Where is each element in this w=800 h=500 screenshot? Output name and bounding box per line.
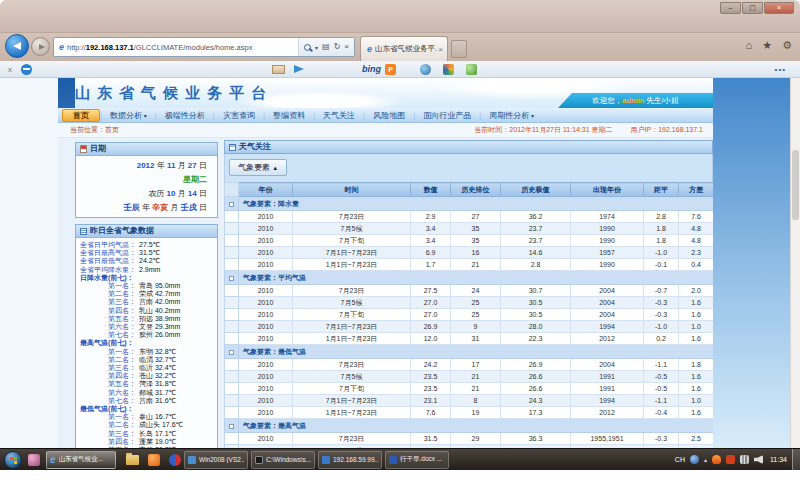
menu-item-weather-focus[interactable]: 天气关注 [315, 110, 363, 121]
pinned-app-icon[interactable] [28, 454, 40, 466]
status-right: 当前时间：2012年11月27日 11:14:31 星期二 用户IP：192.1… [474, 125, 703, 135]
cell: 25 [451, 309, 501, 321]
date-segment: 星期二 [183, 175, 207, 184]
round-app-icon[interactable] [169, 454, 181, 466]
menu-item-extreme-analysis[interactable]: 极端性分析 [157, 110, 213, 121]
send-icon[interactable] [294, 65, 304, 73]
home-icon[interactable]: ⌂ [746, 39, 753, 52]
minimize-button[interactable]: – [720, 2, 741, 14]
close-button[interactable]: × [764, 2, 794, 14]
cell: 27.0 [411, 297, 451, 309]
section-row-1[interactable]: 气象要素：平均气温 [225, 271, 714, 285]
taskbar-window-button[interactable]: 192.168.59.99... [318, 451, 382, 469]
new-tab-button[interactable] [451, 40, 467, 58]
addon-camera-icon[interactable] [420, 64, 431, 75]
search-dropdown-icon[interactable]: ▾ [315, 44, 318, 51]
cell: 2010 [239, 235, 293, 247]
rank-value: 临沂 32.4℃ [139, 364, 176, 371]
search-icon[interactable] [304, 44, 311, 51]
compat-view-icon[interactable]: ▤ [322, 43, 330, 51]
section-row-2[interactable]: 气象要素：最低气温 [225, 345, 714, 359]
orange-app-icon[interactable] [148, 454, 160, 466]
menu-item-compiled-data[interactable]: 整编资料 [265, 110, 313, 121]
section-row-3[interactable]: 气象要素：最高气温 [225, 419, 714, 433]
page-scrollbar[interactable] [790, 78, 800, 448]
cell: -1.1 [644, 395, 679, 407]
quick-launch-icons [126, 454, 181, 466]
url-text[interactable]: http://192.168.137.1/GLCCLIMATE/modules/… [67, 43, 298, 52]
rank-label: 第四名： [80, 372, 136, 380]
network-status-icon[interactable] [740, 455, 749, 464]
cell: 1.6 [679, 371, 714, 383]
action-center-flag-icon[interactable] [726, 455, 735, 464]
language-indicator[interactable]: CH [675, 456, 685, 463]
tray-expand-icon[interactable]: ▴ [704, 456, 707, 463]
addon-people-icon[interactable] [466, 64, 477, 75]
rank-line: 第一名：青岛 95.0mm [80, 282, 215, 290]
cell: 2.8 [644, 211, 679, 223]
menu-item-risk-map[interactable]: 风险地图 [365, 110, 413, 121]
expand-checkbox-icon[interactable] [229, 424, 234, 429]
menu-item-industry-products[interactable]: 面向行业产品 [415, 110, 479, 121]
favorites-star-icon[interactable]: ★ [762, 39, 772, 52]
rank-line: 第四名：苍山 32.2℃ [80, 372, 215, 380]
addon-palette-icon[interactable] [443, 64, 454, 75]
more-options-icon[interactable]: ••• [775, 65, 786, 74]
bing-badge-icon[interactable]: P [385, 64, 396, 75]
cell: 2010 [239, 433, 293, 445]
ie-taskbar-button[interactable]: e 山东省气候业... [46, 451, 116, 469]
taskbar-window-button[interactable]: 行干旱.docx ... [385, 451, 449, 469]
taskbar-window-button[interactable]: C:\Windows\s... [251, 451, 315, 469]
rank-line: 第二名：临清 32.7℃ [80, 356, 215, 364]
bing-logo[interactable]: bing [362, 64, 381, 74]
table-row: 20107月1日~7月23日6.91614.61957-1.02.3 [225, 247, 714, 259]
rank-value: 荣成 42.7mm [139, 290, 180, 297]
cell: 24.2 [411, 359, 451, 371]
table-row: 20107月下旬23.52126.61991-0.51.6 [225, 383, 714, 395]
menu-item-disaster-query[interactable]: 灾害查询 [215, 110, 263, 121]
column-header: 数值 [411, 183, 451, 197]
stat-value: 2.9mm [139, 266, 160, 273]
expand-checkbox-icon[interactable] [229, 202, 234, 207]
expand-checkbox-icon[interactable] [229, 350, 234, 355]
back-arrow-icon [13, 42, 21, 50]
cell: 1.6 [679, 383, 714, 395]
refresh-icon[interactable]: ↻ [334, 43, 341, 51]
rank-label: 第一名： [80, 282, 136, 290]
menu-item-data-analysis[interactable]: 数据分析 ▾ [102, 110, 155, 121]
section-row-0[interactable]: 气象要素：降水量 [225, 197, 714, 211]
forward-button[interactable] [31, 37, 50, 56]
tab-close-icon[interactable]: × [437, 45, 444, 54]
scrollbar-thumb[interactable] [792, 150, 799, 220]
settings-gear-icon[interactable]: ⚙ [782, 39, 792, 52]
taskbar-window-button[interactable]: Win2008 (VS2... [184, 451, 248, 469]
cell: 0.4 [679, 259, 714, 271]
browser-tab[interactable]: e 山东省气候业务平... × [360, 36, 448, 61]
address-bar[interactable]: e http://192.168.137.1/GLCCLIMATE/module… [53, 37, 355, 57]
explorer-folder-icon[interactable] [126, 455, 139, 465]
start-button[interactable] [4, 451, 22, 469]
table-row: 20107月23日27.52430.72004-0.72.0 [225, 285, 714, 297]
expand-checkbox-icon[interactable] [229, 276, 234, 281]
tab-title: 山东省气候业务平... [375, 44, 437, 54]
volume-icon[interactable] [754, 455, 763, 464]
stop-icon[interactable]: × [344, 43, 349, 51]
menu-item-periodic-analysis[interactable]: 周期性分析 ▾ [481, 110, 542, 121]
cell: 26.9 [411, 321, 451, 333]
current-time: 当前时间：2012年11月27日 11:14:31 星期二 [474, 125, 612, 135]
toolbar-close-icon[interactable]: x [8, 65, 12, 74]
show-desktop-button[interactable] [792, 449, 800, 471]
back-button[interactable] [5, 34, 29, 58]
column-header: 出现年份 [571, 183, 644, 197]
rank-line: 第六名：郯城 31.7℃ [80, 389, 215, 397]
cell: 35 [451, 223, 501, 235]
menu-item-home[interactable]: 首页 [62, 109, 100, 122]
download-app-icon[interactable] [712, 455, 721, 464]
maximize-button[interactable]: ▢ [742, 2, 763, 14]
cell: 2.9 [411, 211, 451, 223]
page-right-band [713, 78, 790, 448]
clock[interactable]: 11:34 [770, 456, 787, 463]
element-filter-button[interactable]: 气象要素 ▲ [229, 159, 287, 176]
network-globe-icon[interactable] [690, 455, 699, 464]
mail-icon[interactable] [272, 65, 285, 74]
